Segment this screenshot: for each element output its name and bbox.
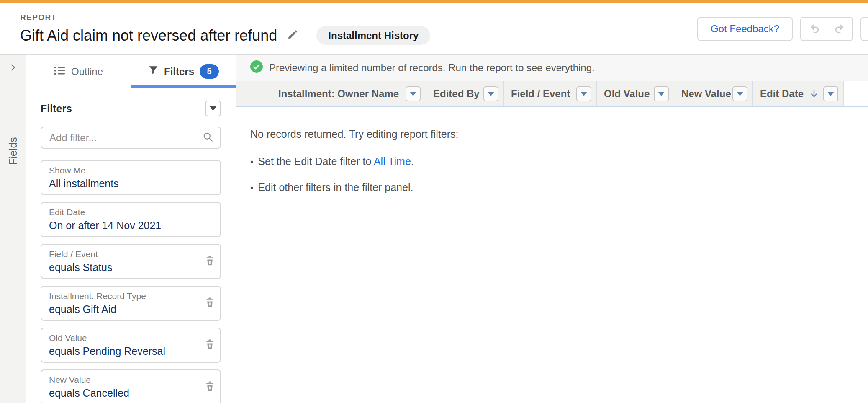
- column-label: Edited By: [433, 88, 480, 100]
- page-title: Gift Aid claim not reversed after refund: [20, 27, 277, 44]
- tab-outline-label: Outline: [71, 66, 103, 78]
- chevron-down-icon: [737, 92, 743, 96]
- column-menu-button[interactable]: [576, 86, 591, 101]
- empty-state: No records returned. Try editing report …: [236, 107, 868, 207]
- sidebar-tabs: Outline Filters 5: [26, 55, 236, 88]
- add-filter-box: [41, 127, 221, 149]
- undo-button[interactable]: [801, 18, 827, 40]
- all-time-link[interactable]: All Time: [374, 155, 411, 167]
- bullet1-suffix: .: [411, 155, 414, 167]
- filter-card-new-value[interactable]: New Value equals Cancelled: [41, 369, 221, 403]
- tab-filters-label: Filters: [164, 66, 194, 78]
- column-header-field-event[interactable]: Field / Event: [504, 81, 597, 106]
- tab-outline[interactable]: Outline: [26, 55, 131, 88]
- filter-label: New Value: [49, 375, 197, 385]
- redo-icon: [834, 22, 846, 36]
- filters-count-badge: 5: [200, 64, 219, 79]
- filter-value: All installments: [49, 178, 197, 190]
- column-menu-button[interactable]: [823, 86, 838, 101]
- filter-card-edit-date[interactable]: Edit Date On or after 14 Nov 2021: [41, 202, 221, 237]
- column-label: Edit Date: [760, 88, 804, 100]
- trash-icon: [205, 339, 215, 351]
- report-type-badge: Installment History: [316, 26, 430, 45]
- filters-panel-body: Filters Show Me All installments: [26, 88, 236, 403]
- search-icon: [203, 132, 213, 144]
- column-header-new-value[interactable]: New Value: [674, 81, 753, 106]
- more-actions-button[interactable]: [860, 17, 868, 41]
- bullet-dot: •: [250, 183, 253, 193]
- fields-panel-toggle[interactable]: Fields: [0, 55, 26, 403]
- filter-card-show-me[interactable]: Show Me All installments: [41, 160, 221, 195]
- column-menu-button[interactable]: [406, 86, 421, 101]
- filter-label: Installment: Record Type: [49, 291, 197, 301]
- edit-title-button[interactable]: [287, 29, 298, 41]
- filter-funnel-icon: [148, 65, 159, 78]
- remove-filter-button[interactable]: [205, 339, 215, 351]
- got-feedback-button[interactable]: Got Feedback?: [697, 17, 793, 41]
- column-menu-button[interactable]: [732, 86, 747, 101]
- empty-state-heading: No records returned. Try editing report …: [250, 128, 868, 140]
- redo-button[interactable]: [827, 18, 852, 40]
- column-header-edit-date[interactable]: Edit Date: [753, 81, 844, 106]
- trash-icon: [205, 297, 215, 310]
- column-header-installment-owner-name[interactable]: Installment: Owner Name: [271, 81, 426, 106]
- trash-icon: [205, 381, 215, 393]
- chevron-down-icon: [410, 92, 416, 96]
- empty-state-bullet-2: • Edit other filters in the filter panel…: [250, 181, 868, 194]
- report-preview: Previewing a limited number of records. …: [236, 55, 868, 403]
- filter-value: equals Cancelled: [49, 387, 197, 399]
- remove-filter-button[interactable]: [205, 255, 215, 268]
- content-area: Fields Outline: [0, 54, 868, 403]
- fields-rail-label: Fields: [7, 137, 19, 165]
- chevron-down-icon: [580, 92, 587, 96]
- empty-state-bullet-1: • Set the Edit Date filter to All Time.: [250, 155, 868, 168]
- preview-banner: Previewing a limited number of records. …: [236, 55, 868, 81]
- outline-list-icon: [54, 65, 66, 78]
- remove-filter-button[interactable]: [205, 297, 215, 310]
- row-index-column-header: [236, 81, 271, 106]
- filter-value: equals Status: [49, 261, 197, 274]
- success-check-icon: [250, 60, 263, 75]
- column-menu-button[interactable]: [483, 86, 498, 101]
- report-eyebrow: REPORT: [20, 13, 430, 22]
- column-label: New Value: [681, 88, 731, 100]
- filter-label: Field / Event: [49, 249, 197, 259]
- pencil-icon: [287, 29, 298, 41]
- filter-value: equals Gift Aid: [49, 303, 197, 315]
- filters-sidebar: Outline Filters 5 Filters: [26, 55, 236, 403]
- table-header-filler: [844, 81, 868, 106]
- brand-accent-bar: [0, 0, 868, 3]
- chevron-down-icon: [488, 92, 494, 96]
- filter-card-old-value[interactable]: Old Value equals Pending Reversal: [41, 328, 221, 363]
- column-label: Installment: Owner Name: [278, 88, 399, 100]
- tab-filters[interactable]: Filters 5: [131, 55, 236, 88]
- filters-heading: Filters: [41, 103, 72, 115]
- chevron-down-icon: [658, 92, 665, 96]
- remove-filter-button[interactable]: [205, 381, 215, 393]
- filter-card-record-type[interactable]: Installment: Record Type equals Gift Aid: [41, 286, 221, 321]
- trash-icon: [205, 255, 215, 268]
- preview-banner-text: Previewing a limited number of records. …: [269, 62, 595, 74]
- column-header-edited-by[interactable]: Edited By: [426, 81, 504, 106]
- filters-menu-button[interactable]: [205, 101, 221, 116]
- filter-card-field-event[interactable]: Field / Event equals Status: [41, 244, 221, 279]
- table-header-row: Installment: Owner Name Edited By Field …: [236, 81, 868, 107]
- bullet-dot: •: [250, 157, 253, 167]
- chevron-down-icon: [210, 106, 216, 111]
- column-label: Field / Event: [511, 88, 570, 100]
- column-label: Old Value: [604, 88, 650, 100]
- undo-redo-group: [800, 17, 853, 41]
- filter-label: Old Value: [49, 333, 197, 343]
- filter-value: equals Pending Reversal: [49, 345, 197, 357]
- sort-desc-arrow-icon: [809, 89, 819, 99]
- column-header-old-value[interactable]: Old Value: [597, 81, 674, 106]
- undo-icon: [808, 22, 820, 36]
- add-filter-input[interactable]: [49, 132, 203, 144]
- filter-label: Show Me: [49, 165, 197, 176]
- app-header: REPORT Gift Aid claim not reversed after…: [0, 3, 868, 54]
- bullet1-text: Set the Edit Date filter to: [258, 155, 374, 167]
- chevron-right-icon: [8, 62, 18, 74]
- column-menu-button[interactable]: [654, 86, 669, 101]
- active-tab-indicator: [131, 85, 236, 88]
- filter-label: Edit Date: [49, 207, 197, 217]
